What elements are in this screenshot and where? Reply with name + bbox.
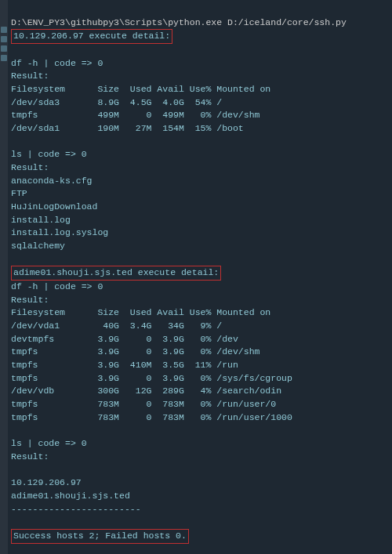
host1-file: install.log <box>11 215 71 225</box>
host2-ls-cmd: ls | code => 0 <box>11 438 87 448</box>
host1-result-label: Result: <box>11 71 49 81</box>
gutter-marker-icon <box>1 45 7 52</box>
host1-file: anaconda-ks.cfg <box>11 176 93 186</box>
host2-df-row: tmpfs 3.9G 0 3.9G 0% /dev/shm <box>11 346 260 357</box>
gutter-marker-icon <box>1 55 7 61</box>
host1-header: 10.129.206.97 execute detail: <box>13 31 170 41</box>
host2-df-row: tmpfs 783M 0 783M 0% /run/user/0 <box>11 399 276 409</box>
host1-file: sqlalchemy <box>11 241 65 251</box>
host2-df-row: tmpfs 3.9G 410M 3.5G 11% /run <box>11 360 238 370</box>
host1-file: HuJinLogDownload <box>11 201 97 212</box>
host2-ls-result-label: Result: <box>11 451 49 462</box>
host2-df-row: tmpfs 783M 0 783M 0% /run/user/1000 <box>11 412 292 422</box>
host1-df-row: /dev/sda1 190M 27M 154M 15% /boot <box>11 123 244 133</box>
host1-header-box: 10.129.206.97 execute detail: <box>11 29 172 44</box>
host1-df-row: /dev/sda3 8.9G 4.5G 4.0G 54% / <box>11 97 222 107</box>
summary-footer: Success hosts 2; Failed hosts 0. <box>13 530 187 541</box>
host2-df-cmd: df -h | code => 0 <box>11 281 103 291</box>
summary-host-a: 10.129.206.97 <box>11 477 82 487</box>
host1-ls-result-label: Result: <box>11 162 49 172</box>
host2-df-row: /dev/vda1 40G 3.4G 34G 9% / <box>11 320 222 331</box>
host1-df-row: tmpfs 499M 0 499M 0% /dev/shm <box>11 110 260 120</box>
summary-host-b: adime01.shouji.sjs.ted <box>11 491 130 501</box>
host2-df-row: devtmpfs 3.9G 0 3.9G 0% /dev <box>11 334 238 344</box>
host1-df-cmd: df -h | code => 0 <box>11 58 103 68</box>
host1-file: FTP <box>11 188 27 198</box>
host2-df-row: tmpfs 3.9G 0 3.9G 0% /sys/fs/cgroup <box>11 373 292 383</box>
host2-df-header: Filesystem Size Used Avail Use% Mounted … <box>11 307 270 317</box>
command-line: D:\ENV_PY3\githubpy3\Scripts\python.exe … <box>11 17 347 27</box>
host1-ls-cmd: ls | code => 0 <box>11 149 87 159</box>
host1-file: install.log.syslog <box>11 227 108 237</box>
gutter-marker-icon <box>1 36 7 42</box>
terminal-output[interactable]: D:\ENV_PY3\githubpy3\Scripts\python.exe … <box>11 3 387 544</box>
summary-separator: ------------------------ <box>11 504 141 514</box>
host2-header: adime01.shouji.sjs.ted execute detail: <box>13 267 219 277</box>
host2-df-row: /dev/vdb 300G 12G 289G 4% /search/odin <box>11 386 281 396</box>
summary-footer-box: Success hosts 2; Failed hosts 0. <box>11 529 189 544</box>
host2-header-box: adime01.shouji.sjs.ted execute detail: <box>11 266 221 281</box>
host2-result-label: Result: <box>11 295 49 305</box>
editor-gutter <box>0 0 8 554</box>
gutter-marker-icon <box>1 27 7 33</box>
host1-df-header: Filesystem Size Used Avail Use% Mounted … <box>11 84 270 94</box>
